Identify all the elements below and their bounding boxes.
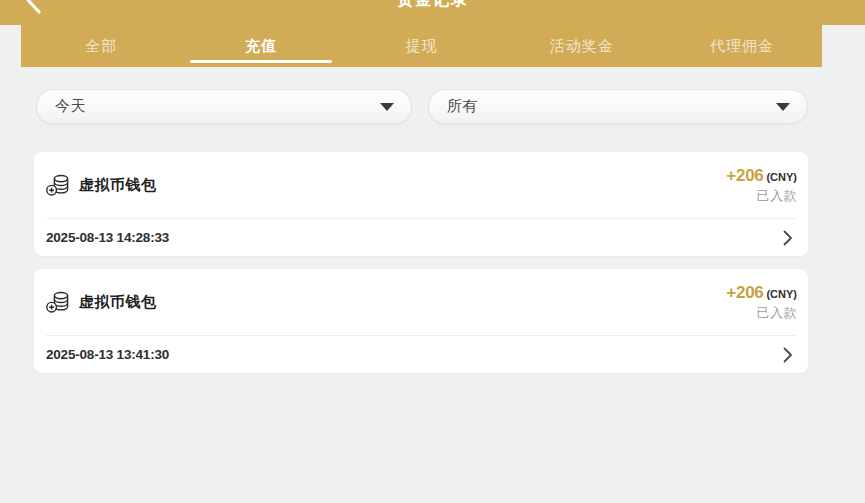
header-bar: 资金记录 — [0, 0, 865, 25]
transaction-detail-row[interactable]: 2025-08-13 13:41:30 — [34, 336, 808, 373]
wallet-name: 虚拟币钱包 — [79, 176, 157, 195]
transaction-timestamp: 2025-08-13 13:41:30 — [46, 347, 169, 362]
transaction-summary-row: 虚拟币钱包 +206(CNY) 已入款 — [34, 152, 808, 218]
tab-bar: 全部 充值 提现 活动奖金 代理佣金 — [21, 25, 822, 67]
status-badge: 已入款 — [726, 304, 797, 321]
amount-currency: (CNY) — [766, 171, 797, 183]
page-title: 资金记录 — [0, 0, 865, 11]
transaction-card: 虚拟币钱包 +206(CNY) 已入款 2025-08-13 13:41:30 — [34, 269, 808, 373]
transaction-detail-row[interactable]: 2025-08-13 14:28:33 — [34, 219, 808, 256]
transaction-summary-row: 虚拟币钱包 +206(CNY) 已入款 — [34, 269, 808, 335]
amount-value: +206 — [726, 166, 763, 185]
tab-all[interactable]: 全部 — [21, 25, 181, 67]
coins-add-icon — [46, 291, 71, 314]
coins-add-icon — [46, 174, 71, 197]
caret-down-icon — [776, 103, 790, 111]
status-badge: 已入款 — [726, 187, 797, 204]
transaction-card: 虚拟币钱包 +206(CNY) 已入款 2025-08-13 14:28:33 — [34, 152, 808, 256]
tab-activity-bonus[interactable]: 活动奖金 — [502, 25, 662, 67]
type-filter-value: 所有 — [447, 97, 478, 116]
date-filter-dropdown[interactable]: 今天 — [36, 89, 412, 124]
amount-currency: (CNY) — [766, 288, 797, 300]
tab-agent-commission[interactable]: 代理佣金 — [662, 25, 822, 67]
amount-value: +206 — [726, 283, 763, 302]
date-filter-value: 今天 — [55, 97, 86, 116]
chevron-right-icon — [783, 347, 793, 363]
transaction-timestamp: 2025-08-13 14:28:33 — [46, 230, 169, 245]
tab-withdraw[interactable]: 提现 — [341, 25, 501, 67]
tab-deposit[interactable]: 充值 — [181, 25, 341, 67]
chevron-right-icon — [783, 230, 793, 246]
caret-down-icon — [380, 103, 394, 111]
type-filter-dropdown[interactable]: 所有 — [428, 89, 808, 124]
wallet-name: 虚拟币钱包 — [79, 293, 157, 312]
